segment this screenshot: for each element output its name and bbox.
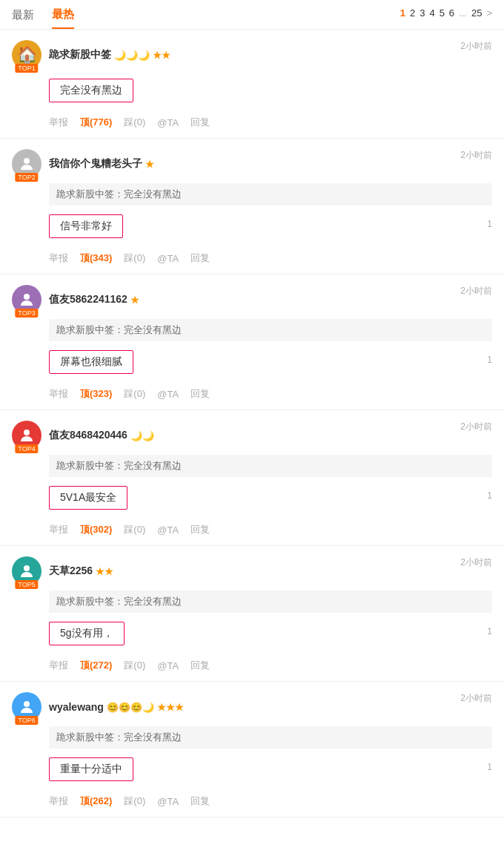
star-rating: ★: [130, 295, 139, 306]
comment-header: TOP4 值友8468420446 🌙🌙 2小时前: [12, 421, 492, 450]
comment-item: TOP5 天草2256 ★★ 2小时前 跪求新股中签：完全没有黑边 5g没有用，…: [0, 546, 504, 682]
upvote-button[interactable]: 顶(776): [80, 116, 112, 129]
reply-button[interactable]: 回复: [190, 251, 210, 265]
comment-item: 🏠 TOP1 跪求新股中签 🌙🌙🌙 ★★ 2小时前 完全没有黑边 举报 顶(77…: [0, 30, 504, 139]
comment-content: 跪求新股中签：完全没有黑边 重量十分适中 1 举报 顶(262) 踩(0) @T…: [49, 726, 492, 817]
svg-point-1: [24, 294, 30, 300]
username: 天草2256 ★★: [49, 565, 492, 578]
report-button[interactable]: 举报: [49, 523, 68, 536]
star-rating: ★★: [153, 50, 170, 61]
at-button[interactable]: @TA: [157, 524, 179, 536]
comment-time: 2小时前: [460, 556, 492, 569]
comment-time: 2小时前: [460, 421, 492, 433]
emoji-icons: 😊😊😊🌙: [107, 702, 154, 713]
tab-latest[interactable]: 最新: [12, 8, 34, 28]
comment-header: TOP3 值友5862241162 ★ 2小时前: [12, 285, 492, 315]
action-bar: 举报 顶(323) 踩(0) @TA 回复: [49, 381, 492, 410]
top-badge: TOP5: [15, 580, 38, 589]
quote-block: 跪求新股中签：完全没有黑边: [49, 455, 492, 477]
page-25[interactable]: 25: [471, 7, 482, 19]
username: 我信你个鬼糟老头子 ★: [49, 157, 492, 171]
star-rating: ★★: [96, 566, 113, 577]
upvote-button[interactable]: 顶(302): [80, 523, 112, 536]
page-1[interactable]: 1: [400, 7, 405, 19]
page-ellipsis: ...: [459, 7, 467, 19]
next-page-arrow[interactable]: >: [486, 7, 492, 19]
reply-button[interactable]: 回复: [190, 387, 210, 401]
at-button[interactable]: @TA: [157, 117, 179, 128]
report-button[interactable]: 举报: [49, 659, 68, 672]
at-button[interactable]: @TA: [157, 253, 179, 264]
username: wyalewang 😊😊😊🌙 ★★★: [49, 701, 492, 713]
top-badge: TOP6: [15, 716, 38, 725]
page-3[interactable]: 3: [420, 7, 425, 19]
report-button[interactable]: 举报: [49, 387, 68, 401]
comment-meta: 值友5862241162 ★: [49, 293, 492, 306]
comment-text: 5V1A最安全: [49, 486, 127, 510]
downvote-button[interactable]: 踩(0): [124, 116, 145, 129]
reply-button[interactable]: 回复: [190, 659, 210, 672]
at-button[interactable]: @TA: [157, 389, 179, 400]
quote-block: 跪求新股中签：完全没有黑边: [49, 726, 492, 749]
comment-content: 跪求新股中签：完全没有黑边 信号非常好 1 举报 顶(343) 踩(0) @TA…: [49, 183, 492, 274]
count-badge: 1: [487, 490, 492, 501]
avatar-wrap: TOP2: [12, 149, 42, 179]
comment-content: 跪求新股中签：完全没有黑边 5V1A最安全 1 举报 顶(302) 踩(0) @…: [49, 455, 492, 545]
top-badge: TOP2: [15, 173, 38, 182]
comment-time: 2小时前: [460, 149, 492, 162]
comment-content: 跪求新股中签：完全没有黑边 5g没有用， 1 举报 顶(272) 踩(0) @T…: [49, 591, 492, 681]
comment-item: TOP4 值友8468420446 🌙🌙 2小时前 跪求新股中签：完全没有黑边 …: [0, 410, 504, 546]
comment-meta: 跪求新股中签 🌙🌙🌙 ★★: [49, 48, 492, 62]
downvote-button[interactable]: 踩(0): [124, 251, 145, 265]
report-button[interactable]: 举报: [49, 116, 68, 129]
reply-button[interactable]: 回复: [190, 116, 210, 129]
page-6[interactable]: 6: [449, 7, 454, 19]
upvote-button[interactable]: 顶(343): [80, 251, 112, 265]
comment-time: 2小时前: [460, 285, 492, 297]
downvote-button[interactable]: 踩(0): [124, 659, 145, 672]
top-badge: TOP4: [15, 444, 38, 453]
top-badge: TOP3: [15, 309, 38, 318]
emoji-icons: 🌙🌙🌙: [114, 50, 150, 61]
comment-header: TOP6 wyalewang 😊😊😊🌙 ★★★ 2小时前: [12, 692, 492, 722]
report-button[interactable]: 举报: [49, 795, 68, 808]
reply-button[interactable]: 回复: [190, 523, 210, 536]
comment-text: 5g没有用，: [49, 622, 125, 645]
at-button[interactable]: @TA: [157, 796, 179, 807]
quote-block: 跪求新股中签：完全没有黑边: [49, 319, 492, 341]
downvote-button[interactable]: 踩(0): [124, 387, 145, 401]
count-badge: 1: [487, 626, 492, 637]
page-5[interactable]: 5: [440, 7, 445, 19]
downvote-button[interactable]: 踩(0): [124, 795, 145, 808]
comment-text: 屏幕也很细腻: [49, 350, 133, 374]
action-bar: 举报 顶(776) 踩(0) @TA 回复: [49, 110, 492, 138]
comment-item: TOP2 我信你个鬼糟老头子 ★ 2小时前 跪求新股中签：完全没有黑边 信号非常…: [0, 139, 504, 274]
upvote-button[interactable]: 顶(272): [80, 659, 112, 672]
comment-content: 跪求新股中签：完全没有黑边 屏幕也很细腻 1 举报 顶(323) 踩(0) @T…: [49, 319, 492, 410]
page-4[interactable]: 4: [429, 7, 434, 19]
username: 值友5862241162 ★: [49, 293, 492, 306]
comment-item: TOP6 wyalewang 😊😊😊🌙 ★★★ 2小时前 跪求新股中签：完全没有…: [0, 682, 504, 818]
pagination: 1 2 3 4 5 6 ... 25 >: [400, 7, 492, 19]
action-bar: 举报 顶(272) 踩(0) @TA 回复: [49, 653, 492, 681]
comment-meta: wyalewang 😊😊😊🌙 ★★★: [49, 701, 492, 713]
reply-button[interactable]: 回复: [190, 795, 210, 808]
report-button[interactable]: 举报: [49, 251, 68, 265]
page-2[interactable]: 2: [410, 7, 415, 19]
svg-point-2: [24, 430, 30, 435]
downvote-button[interactable]: 踩(0): [124, 523, 145, 536]
upvote-button[interactable]: 顶(323): [80, 387, 112, 401]
at-button[interactable]: @TA: [157, 660, 179, 671]
emoji-icons: 🌙🌙: [130, 430, 154, 441]
avatar-wrap: TOP3: [12, 285, 42, 315]
top-badge: TOP1: [15, 64, 38, 73]
upvote-button[interactable]: 顶(262): [80, 795, 112, 808]
svg-point-4: [24, 701, 30, 707]
comment-text: 信号非常好: [49, 214, 123, 238]
comment-header: TOP5 天草2256 ★★ 2小时前: [12, 556, 492, 586]
quote-block: 跪求新股中签：完全没有黑边: [49, 183, 492, 205]
comment-meta: 值友8468420446 🌙🌙: [49, 429, 492, 442]
action-bar: 举报 顶(262) 踩(0) @TA 回复: [49, 789, 492, 817]
tab-hot[interactable]: 最热: [52, 7, 74, 29]
action-bar: 举报 顶(343) 踩(0) @TA 回复: [49, 246, 492, 274]
